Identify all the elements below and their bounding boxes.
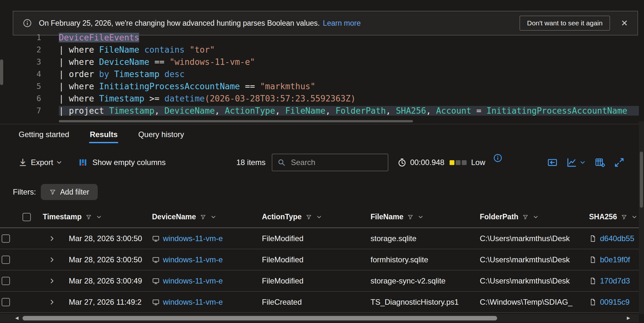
- sha256-link[interactable]: b0e19f0f: [600, 255, 630, 264]
- filter-icon[interactable]: [407, 214, 414, 220]
- file-icon: [589, 277, 597, 285]
- scroll-right-icon[interactable]: ►: [626, 315, 631, 321]
- dock-editor-icon[interactable]: [547, 157, 558, 168]
- sha256-link[interactable]: d640db55: [600, 234, 634, 243]
- device-icon: [152, 298, 160, 306]
- customize-columns-icon[interactable]: [595, 157, 605, 168]
- column-header-sha256[interactable]: SHA256: [587, 213, 639, 221]
- learn-more-link[interactable]: Learn more: [323, 19, 361, 28]
- results-toolbar: Export Show empty columns 18 items 00:00…: [18, 152, 625, 173]
- export-button[interactable]: Export: [18, 158, 63, 167]
- chevron-down-icon[interactable]: [532, 214, 539, 220]
- code-token: FolderPath: [335, 106, 386, 116]
- timestamp-value: Mar 27, 2026 11:49:2: [69, 298, 141, 307]
- filter-icon[interactable]: [306, 214, 312, 220]
- cell-folderpath: C:\Users\markmthus\Desk: [478, 276, 587, 285]
- code-line[interactable]: 4| order by Timestamp desc: [0, 68, 639, 80]
- chevron-down-icon[interactable]: [96, 214, 102, 220]
- close-icon[interactable]: ✕: [621, 18, 628, 28]
- cell-filename: TS_DiagnosticHistory.ps1: [369, 298, 478, 307]
- device-link[interactable]: windows-11-vm-e: [163, 255, 223, 264]
- select-all-checkbox[interactable]: [22, 213, 31, 221]
- tab-results[interactable]: Results: [89, 126, 118, 143]
- folderpath-value: C:\Users\markmthus\Desk: [480, 276, 570, 285]
- search-box[interactable]: [272, 154, 388, 171]
- chevron-down-icon[interactable]: [579, 159, 586, 166]
- expand-row-icon[interactable]: [48, 277, 56, 285]
- actiontype-value: FileModified: [262, 276, 303, 285]
- row-checkbox[interactable]: [2, 234, 10, 243]
- expand-row-icon[interactable]: [48, 298, 56, 306]
- code-line[interactable]: 6| where Timestamp >= datetime(2026-03-2…: [0, 92, 639, 105]
- code-line[interactable]: 7| project Timestamp, DeviceName, Action…: [0, 105, 639, 117]
- filename-value: storage-sync-v2.sqlite: [371, 276, 445, 285]
- filter-icon[interactable]: [85, 214, 92, 220]
- row-checkbox[interactable]: [2, 256, 10, 264]
- sha256-link[interactable]: 170d7d3: [600, 276, 630, 285]
- vertical-scrollbar[interactable]: [639, 121, 644, 314]
- results-table: TimestampDeviceNameActionTypeFileNameFol…: [0, 206, 639, 313]
- cell-folderpath: C:\Users\markmthus\Desk: [478, 234, 587, 243]
- table-row[interactable]: Mar 28, 2026 3:00:50windows-11-vm-eFileM…: [0, 228, 639, 249]
- show-empty-columns-button[interactable]: Show empty columns: [78, 158, 165, 167]
- tab-query-history[interactable]: Query history: [138, 126, 185, 143]
- code-token: Account: [436, 106, 471, 116]
- dismiss-button[interactable]: Don't want to see it again: [520, 16, 610, 31]
- code-token: ,: [426, 106, 436, 116]
- column-header-filename[interactable]: FileName: [369, 213, 478, 221]
- code-token: ,: [275, 106, 285, 116]
- column-header-timestamp[interactable]: Timestamp: [41, 213, 150, 221]
- query-editor[interactable]: 1DeviceFileEvents2| where FileName conta…: [0, 31, 639, 120]
- chevron-down-icon[interactable]: [631, 214, 638, 220]
- sha256-link[interactable]: 00915c9: [600, 298, 630, 307]
- expand-row-icon[interactable]: [48, 235, 56, 242]
- code-line-body: | where Timestamp >= datetime(2026-03-28…: [59, 94, 639, 103]
- editor-horizontal-scrollbar[interactable]: [59, 120, 413, 122]
- table-row[interactable]: Mar 28, 2026 3:00:49windows-11-vm-eFileM…: [0, 270, 639, 292]
- code-token: >=: [144, 94, 165, 103]
- column-header-devicename[interactable]: DeviceName: [150, 213, 260, 221]
- device-link[interactable]: windows-11-vm-e: [163, 234, 223, 243]
- code-line[interactable]: 1DeviceFileEvents: [0, 31, 639, 44]
- code-line[interactable]: 5| where InitiatingProcessAccountName ==…: [0, 80, 639, 92]
- filter-icon: [49, 188, 56, 196]
- expand-view-icon[interactable]: [614, 157, 625, 168]
- chart-view-icon[interactable]: [566, 157, 577, 168]
- tab-getting-started[interactable]: Getting started: [18, 126, 70, 143]
- table-row[interactable]: Mar 27, 2026 11:49:2windows-11-vm-eFileC…: [0, 292, 639, 313]
- row-checkbox-cell: [0, 256, 41, 264]
- filter-icon[interactable]: [522, 214, 529, 220]
- vertical-scrollbar-thumb[interactable]: [640, 152, 643, 208]
- column-header-folderpath[interactable]: FolderPath: [478, 213, 587, 221]
- scroll-left-icon[interactable]: ◄: [14, 315, 20, 321]
- chevron-down-icon[interactable]: [417, 214, 424, 220]
- add-filter-button[interactable]: Add filter: [41, 184, 98, 200]
- code-token: | where: [59, 45, 99, 55]
- chevron-down-icon[interactable]: [316, 214, 322, 220]
- cell-actiontype: FileModified: [260, 234, 369, 243]
- column-header-actiontype[interactable]: ActionType: [260, 213, 369, 221]
- filter-icon[interactable]: [200, 214, 206, 220]
- device-link[interactable]: windows-11-vm-e: [163, 298, 223, 307]
- editor-scrollbar-thumb[interactable]: [0, 59, 3, 85]
- chevron-down-icon[interactable]: [210, 214, 217, 220]
- clock-icon: [397, 158, 407, 167]
- show-empty-columns-label: Show empty columns: [92, 158, 165, 167]
- code-line[interactable]: 3| where DeviceName == "windows-11-vm-e": [0, 56, 639, 68]
- code-token: | project: [59, 106, 109, 116]
- code-line[interactable]: 2| where FileName contains "tor": [0, 44, 639, 56]
- code-token: Timestamp: [114, 69, 159, 79]
- table-row[interactable]: Mar 28, 2026 3:00:50windows-11-vm-eFileM…: [0, 249, 639, 270]
- resource-usage-indicator: [450, 160, 467, 165]
- search-input[interactable]: [272, 154, 388, 171]
- code-token: datetime: [165, 94, 205, 103]
- device-link[interactable]: windows-11-vm-e: [163, 276, 223, 285]
- horizontal-scrollbar-thumb[interactable]: [22, 316, 497, 320]
- row-checkbox[interactable]: [2, 277, 10, 285]
- filter-icon[interactable]: [621, 214, 627, 220]
- row-checkbox[interactable]: [2, 298, 10, 306]
- expand-row-icon[interactable]: [48, 256, 56, 264]
- info-icon[interactable]: [493, 153, 503, 163]
- usage-square: [462, 160, 467, 165]
- horizontal-scrollbar[interactable]: ◄ ►: [0, 314, 639, 322]
